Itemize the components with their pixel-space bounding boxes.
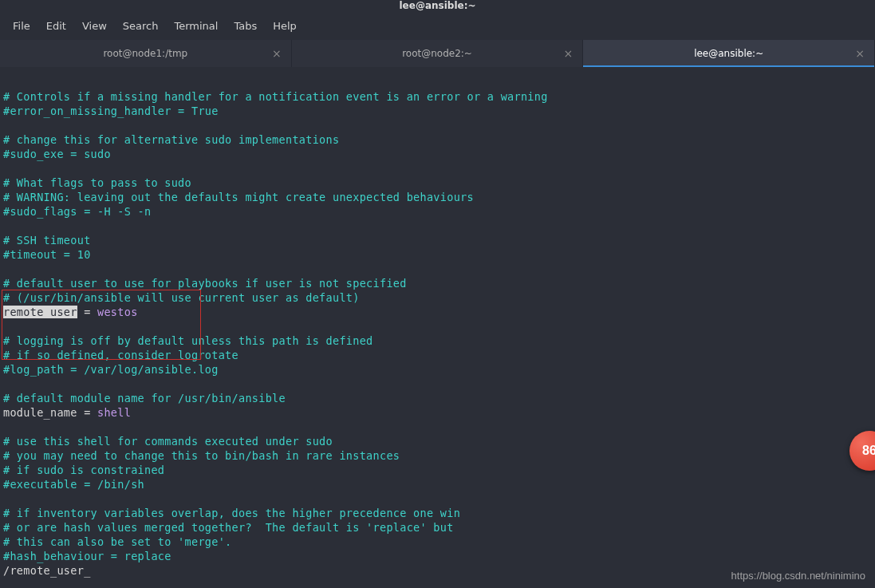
terminal-line: [3, 219, 872, 233]
terminal-line: # What flags to pass to sudo: [3, 176, 872, 190]
terminal-line: remote_user = westos: [3, 305, 872, 319]
terminal-line: # use this shell for commands executed u…: [3, 434, 872, 448]
tab-2[interactable]: lee@ansible:~×: [583, 40, 875, 67]
watermark-text: https://blog.csdn.net/ninimino: [731, 570, 865, 582]
terminal-line: #sudo_flags = -H -S -n: [3, 204, 872, 219]
terminal-line: [3, 491, 872, 506]
terminal-line: # this can also be set to 'merge'.: [3, 535, 872, 549]
tabbar: root@node1:/tmp×root@node2:~×lee@ansible…: [0, 40, 875, 67]
terminal-line: # change this for alternative sudo imple…: [3, 132, 872, 147]
terminal-line: # WARNING: leaving out the defaults migh…: [3, 190, 872, 204]
terminal-line: # if sudo is constrained: [3, 463, 872, 477]
terminal-line: # default module name for /usr/bin/ansib…: [3, 391, 872, 405]
terminal-line: [3, 319, 872, 333]
terminal-line: # SSH timeout: [3, 233, 872, 247]
tab-1[interactable]: root@node2:~×: [292, 40, 584, 67]
terminal-line: [3, 262, 872, 276]
terminal-line: [3, 161, 872, 176]
menu-tabs[interactable]: Tabs: [226, 17, 265, 35]
config-value: shell: [97, 406, 131, 419]
terminal-line: # (/usr/bin/ansible will use current use…: [3, 290, 872, 305]
terminal-line: # logging is off by default unless this …: [3, 333, 872, 348]
tab-label: root@node2:~: [402, 48, 472, 59]
terminal-line: [3, 420, 872, 434]
menu-view[interactable]: View: [74, 17, 115, 35]
terminal-viewport[interactable]: # Controls if a missing handler for a no…: [0, 67, 875, 581]
watermark: https://blog.csdn.net/ninimino: [731, 570, 865, 582]
menu-edit[interactable]: Edit: [38, 17, 74, 35]
menu-help[interactable]: Help: [265, 17, 305, 35]
terminal-line: #error_on_missing_handler = True: [3, 104, 872, 118]
badge-count: 86: [862, 444, 875, 458]
terminal-line: # Controls if a missing handler for a no…: [3, 89, 872, 104]
tab-label: lee@ansible:~: [694, 48, 763, 59]
close-icon[interactable]: ×: [855, 47, 865, 60]
menu-terminal[interactable]: Terminal: [166, 17, 226, 35]
window-title: lee@ansible:~: [0, 0, 875, 11]
close-icon[interactable]: ×: [564, 47, 573, 60]
tab-label: root@node1:/tmp: [103, 48, 187, 59]
terminal-line: #log_path = /var/log/ansible.log: [3, 362, 872, 377]
title-text: lee@ansible:~: [400, 0, 476, 11]
terminal-line: # or are hash values merged together? Th…: [3, 520, 872, 535]
menu-file[interactable]: File: [5, 17, 38, 35]
menubar: FileEditViewSearchTerminalTabsHelp: [0, 11, 875, 40]
tab-0[interactable]: root@node1:/tmp×: [0, 40, 292, 67]
terminal-line: # if inventory variables overlap, does t…: [3, 506, 872, 520]
config-key: remote_user: [3, 306, 77, 318]
terminal-line: #executable = /bin/sh: [3, 477, 872, 491]
config-value: westos: [97, 306, 138, 318]
config-key: module_name: [3, 406, 77, 419]
close-icon[interactable]: ×: [272, 47, 282, 60]
terminal-line: #timeout = 10: [3, 247, 872, 262]
terminal-line: [3, 377, 872, 391]
terminal-line: # you may need to change this to bin/bas…: [3, 448, 872, 463]
terminal-line: module_name = shell: [3, 405, 872, 420]
terminal-line: # if so defined, consider logrotate: [3, 348, 872, 362]
terminal-line: [3, 118, 872, 132]
menu-search[interactable]: Search: [115, 17, 167, 35]
terminal-line: [3, 75, 872, 89]
terminal-line: #hash_behaviour = replace: [3, 549, 872, 563]
terminal-line: # default user to use for playbooks if u…: [3, 276, 872, 290]
terminal-line: #sudo_exe = sudo: [3, 147, 872, 161]
